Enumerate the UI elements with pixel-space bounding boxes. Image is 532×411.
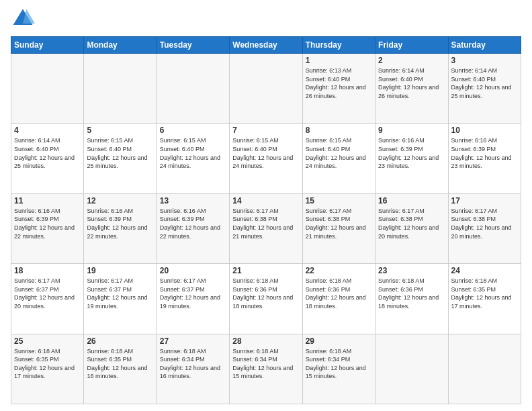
logo [11, 7, 38, 31]
day-info: Sunrise: 6:16 AM Sunset: 6:39 PM Dayligh… [451, 136, 518, 170]
weekday-header: Saturday [448, 37, 521, 54]
calendar-cell: 8Sunrise: 6:15 AM Sunset: 6:40 PM Daylig… [302, 124, 375, 193]
day-info: Sunrise: 6:17 AM Sunset: 6:37 PM Dayligh… [160, 277, 226, 310]
calendar-week-row: 4Sunrise: 6:14 AM Sunset: 6:40 PM Daylig… [11, 124, 521, 193]
calendar-cell: 10Sunrise: 6:16 AM Sunset: 6:39 PM Dayli… [448, 124, 521, 193]
weekday-header: Monday [84, 37, 157, 54]
day-number: 8 [306, 126, 372, 135]
calendar-cell [11, 54, 84, 124]
calendar-cell: 23Sunrise: 6:18 AM Sunset: 6:36 PM Dayli… [375, 264, 448, 334]
calendar-cell: 5Sunrise: 6:15 AM Sunset: 6:40 PM Daylig… [84, 124, 157, 193]
day-number: 14 [232, 196, 299, 205]
weekday-header: Tuesday [157, 37, 229, 54]
day-info: Sunrise: 6:17 AM Sunset: 6:38 PM Dayligh… [451, 207, 518, 240]
day-info: Sunrise: 6:18 AM Sunset: 6:35 PM Dayligh… [87, 347, 153, 381]
day-info: Sunrise: 6:14 AM Sunset: 6:40 PM Dayligh… [14, 136, 81, 170]
weekday-header: Sunday [11, 37, 84, 54]
day-info: Sunrise: 6:18 AM Sunset: 6:36 PM Dayligh… [306, 277, 372, 310]
calendar-cell: 2Sunrise: 6:14 AM Sunset: 6:40 PM Daylig… [375, 54, 448, 124]
day-number: 29 [306, 336, 372, 346]
calendar-cell [375, 334, 448, 404]
calendar-cell: 9Sunrise: 6:16 AM Sunset: 6:39 PM Daylig… [375, 124, 448, 193]
day-info: Sunrise: 6:17 AM Sunset: 6:37 PM Dayligh… [87, 277, 153, 310]
day-number: 20 [160, 266, 226, 275]
day-info: Sunrise: 6:18 AM Sunset: 6:35 PM Dayligh… [451, 277, 518, 310]
day-number: 13 [160, 196, 226, 205]
day-info: Sunrise: 6:18 AM Sunset: 6:35 PM Dayligh… [14, 347, 81, 381]
calendar-cell: 17Sunrise: 6:17 AM Sunset: 6:38 PM Dayli… [448, 193, 521, 263]
day-info: Sunrise: 6:15 AM Sunset: 6:40 PM Dayligh… [306, 136, 372, 170]
day-number: 23 [378, 266, 445, 275]
day-number: 24 [451, 266, 518, 275]
weekday-header: Thursday [302, 37, 375, 54]
day-info: Sunrise: 6:16 AM Sunset: 6:39 PM Dayligh… [378, 136, 445, 170]
day-number: 5 [87, 126, 153, 135]
day-info: Sunrise: 6:16 AM Sunset: 6:39 PM Dayligh… [14, 207, 81, 240]
day-info: Sunrise: 6:14 AM Sunset: 6:40 PM Dayligh… [451, 66, 518, 100]
calendar-cell: 18Sunrise: 6:17 AM Sunset: 6:37 PM Dayli… [11, 264, 84, 334]
day-number: 18 [14, 266, 81, 275]
day-info: Sunrise: 6:15 AM Sunset: 6:40 PM Dayligh… [87, 136, 153, 170]
day-number: 6 [160, 126, 226, 135]
calendar-cell [448, 334, 521, 404]
calendar-cell: 13Sunrise: 6:16 AM Sunset: 6:39 PM Dayli… [157, 193, 229, 263]
calendar-week-row: 18Sunrise: 6:17 AM Sunset: 6:37 PM Dayli… [11, 264, 521, 334]
day-info: Sunrise: 6:16 AM Sunset: 6:39 PM Dayligh… [87, 207, 153, 240]
day-info: Sunrise: 6:17 AM Sunset: 6:38 PM Dayligh… [306, 207, 372, 240]
calendar-cell: 12Sunrise: 6:16 AM Sunset: 6:39 PM Dayli… [84, 193, 157, 263]
day-number: 17 [451, 196, 518, 205]
day-info: Sunrise: 6:15 AM Sunset: 6:40 PM Dayligh… [160, 136, 226, 170]
day-info: Sunrise: 6:17 AM Sunset: 6:38 PM Dayligh… [232, 207, 299, 240]
calendar-cell: 14Sunrise: 6:17 AM Sunset: 6:38 PM Dayli… [230, 193, 302, 263]
day-number: 11 [14, 196, 81, 205]
calendar-cell: 24Sunrise: 6:18 AM Sunset: 6:35 PM Dayli… [448, 264, 521, 334]
calendar-cell: 11Sunrise: 6:16 AM Sunset: 6:39 PM Dayli… [11, 193, 84, 263]
day-info: Sunrise: 6:14 AM Sunset: 6:40 PM Dayligh… [378, 66, 445, 100]
calendar-cell: 25Sunrise: 6:18 AM Sunset: 6:35 PM Dayli… [11, 334, 84, 404]
day-info: Sunrise: 6:18 AM Sunset: 6:34 PM Dayligh… [160, 347, 226, 381]
day-number: 21 [232, 266, 299, 275]
calendar-table: SundayMondayTuesdayWednesdayThursdayFrid… [11, 36, 521, 404]
day-number: 26 [87, 336, 153, 346]
calendar-week-row: 25Sunrise: 6:18 AM Sunset: 6:35 PM Dayli… [11, 334, 521, 404]
calendar-cell: 3Sunrise: 6:14 AM Sunset: 6:40 PM Daylig… [448, 54, 521, 124]
calendar-cell: 28Sunrise: 6:18 AM Sunset: 6:34 PM Dayli… [230, 334, 302, 404]
page: SundayMondayTuesdayWednesdayThursdayFrid… [0, 0, 532, 411]
day-info: Sunrise: 6:18 AM Sunset: 6:36 PM Dayligh… [378, 277, 445, 310]
day-number: 27 [160, 336, 226, 346]
weekday-header-row: SundayMondayTuesdayWednesdayThursdayFrid… [11, 37, 521, 54]
day-number: 19 [87, 266, 153, 275]
calendar-cell: 29Sunrise: 6:18 AM Sunset: 6:34 PM Dayli… [302, 334, 375, 404]
day-number: 22 [306, 266, 372, 275]
day-info: Sunrise: 6:13 AM Sunset: 6:40 PM Dayligh… [306, 66, 372, 100]
calendar-cell: 21Sunrise: 6:18 AM Sunset: 6:36 PM Dayli… [230, 264, 302, 334]
calendar-cell: 1Sunrise: 6:13 AM Sunset: 6:40 PM Daylig… [302, 54, 375, 124]
day-number: 15 [306, 196, 372, 205]
calendar-cell: 22Sunrise: 6:18 AM Sunset: 6:36 PM Dayli… [302, 264, 375, 334]
calendar-week-row: 1Sunrise: 6:13 AM Sunset: 6:40 PM Daylig… [11, 54, 521, 124]
calendar-cell: 6Sunrise: 6:15 AM Sunset: 6:40 PM Daylig… [157, 124, 229, 193]
calendar-cell: 15Sunrise: 6:17 AM Sunset: 6:38 PM Dayli… [302, 193, 375, 263]
day-number: 12 [87, 196, 153, 205]
day-number: 7 [232, 126, 299, 135]
day-number: 2 [378, 56, 445, 65]
logo-icon [11, 7, 35, 31]
calendar-cell [84, 54, 157, 124]
svg-marker-1 [23, 9, 35, 24]
day-info: Sunrise: 6:15 AM Sunset: 6:40 PM Dayligh… [232, 136, 299, 170]
day-number: 28 [232, 336, 299, 346]
day-number: 3 [451, 56, 518, 65]
day-info: Sunrise: 6:18 AM Sunset: 6:34 PM Dayligh… [232, 347, 299, 381]
day-info: Sunrise: 6:18 AM Sunset: 6:36 PM Dayligh… [232, 277, 299, 310]
calendar-cell [157, 54, 229, 124]
header [11, 7, 521, 31]
day-number: 16 [378, 196, 445, 205]
day-info: Sunrise: 6:17 AM Sunset: 6:37 PM Dayligh… [14, 277, 81, 310]
calendar-cell: 27Sunrise: 6:18 AM Sunset: 6:34 PM Dayli… [157, 334, 229, 404]
weekday-header: Wednesday [230, 37, 302, 54]
weekday-header: Friday [375, 37, 448, 54]
calendar-cell: 19Sunrise: 6:17 AM Sunset: 6:37 PM Dayli… [84, 264, 157, 334]
day-number: 1 [306, 56, 372, 65]
calendar-cell: 4Sunrise: 6:14 AM Sunset: 6:40 PM Daylig… [11, 124, 84, 193]
day-number: 25 [14, 336, 81, 346]
